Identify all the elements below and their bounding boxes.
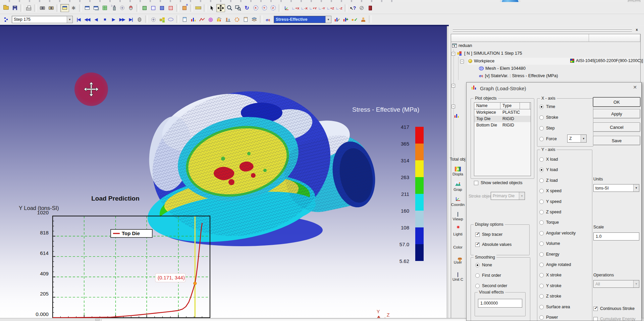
fast-backward-icon[interactable]: ◀◀ xyxy=(83,15,92,23)
plot-object-row-workpiece[interactable]: WorkpiecePLASTIC xyxy=(474,109,531,116)
measure-icon[interactable] xyxy=(194,4,203,12)
side-tab-displa[interactable]: ADispla xyxy=(449,164,466,179)
rotate-z-icon[interactable]: Z xyxy=(269,4,277,12)
radio-z-speed[interactable]: Z speed xyxy=(539,209,561,215)
side-tab-viewp[interactable]: Viewp xyxy=(449,209,466,224)
scale-graph-icon[interactable] xyxy=(224,15,232,23)
column-header-type[interactable]: Type xyxy=(500,103,520,109)
radio-y-speed[interactable]: Y speed xyxy=(539,199,561,204)
radio-energy[interactable]: Energy xyxy=(539,252,559,257)
checkbox-step-tracer[interactable]: Step tracer xyxy=(475,232,502,237)
graph-save-icon[interactable] xyxy=(341,15,350,23)
3d-viewport[interactable]: Stress - Effective (MPa) 417365314263211… xyxy=(0,26,447,318)
view-plus-y-icon[interactable]: ∟+Y xyxy=(309,4,317,12)
step-back-icon[interactable]: ◀ xyxy=(92,15,100,23)
step-forward-icon[interactable]: ▶ xyxy=(109,15,118,23)
radio-angle-rotated[interactable]: Angle rotated xyxy=(539,262,571,267)
radio-y-stroke[interactable]: Y stroke xyxy=(539,283,561,288)
force-component-select[interactable]: Z▼ xyxy=(567,135,587,143)
tree-expander[interactable]: − xyxy=(451,52,455,56)
fast-forward-icon[interactable]: ▶▶ xyxy=(118,15,126,23)
center-object-icon[interactable] xyxy=(118,4,126,12)
stroke-object-select[interactable]: Primary Die▼ xyxy=(491,192,525,200)
radio-second-order[interactable]: Second order xyxy=(475,283,507,288)
object-wireframe-icon[interactable] xyxy=(149,4,158,12)
slicing-icon[interactable] xyxy=(250,15,259,23)
ok-button[interactable]: OK xyxy=(593,97,640,107)
view-plus-x-icon[interactable]: ∟+X xyxy=(291,4,300,12)
zoom-window-icon[interactable] xyxy=(234,4,243,12)
material-badge[interactable]: AISI-1045[1650-2200F(900-1200C)] xyxy=(570,58,643,63)
panel-grip[interactable] xyxy=(453,31,632,32)
cancel-button[interactable]: Cancel xyxy=(593,122,640,132)
step-mode-icon[interactable] xyxy=(2,15,10,23)
stop-playback-icon[interactable]: ■ xyxy=(100,15,109,23)
side-tab-coordin[interactable]: Coordin xyxy=(449,194,466,209)
dynamic-view-icon[interactable]: ∗ xyxy=(69,4,78,12)
link-windows-icon[interactable] xyxy=(92,4,100,12)
select-icon[interactable] xyxy=(208,4,216,12)
object-boundary-icon[interactable] xyxy=(166,4,175,12)
movie-icon[interactable] xyxy=(135,15,144,23)
plot-objects-list[interactable]: NameTypeWorkpiecePLASTICTop DieRIGIDBott… xyxy=(474,102,531,176)
side-tab-lighti[interactable]: Lighti xyxy=(449,224,466,239)
tree-expander[interactable]: − xyxy=(460,60,464,63)
pan-icon[interactable] xyxy=(216,4,225,12)
units-select[interactable]: tons-SI▼ xyxy=(593,184,639,192)
checkbox-absolute-values[interactable]: Absolute values xyxy=(475,242,512,247)
radio-x-stroke[interactable]: X stroke xyxy=(539,272,561,278)
ellipse-tool-icon[interactable] xyxy=(166,15,175,23)
state-ring-icon[interactable]: ◎ xyxy=(206,15,215,23)
rotate-free-icon[interactable]: ↻ xyxy=(243,4,251,12)
apply-button[interactable]: Apply xyxy=(593,109,640,118)
record-movie-icon[interactable] xyxy=(47,4,55,12)
tree-root[interactable]: reduan xyxy=(452,43,472,48)
radio-angular-velocity[interactable]: Angular velocity xyxy=(539,230,576,236)
print-icon[interactable] xyxy=(24,4,33,12)
chevron-down-icon[interactable]: ▼ xyxy=(581,135,586,142)
panel-layout-icon[interactable] xyxy=(60,4,69,12)
show-selected-checkbox[interactable]: Show selected objects xyxy=(474,180,522,185)
column-header[interactable] xyxy=(520,103,530,109)
object-solid-icon[interactable] xyxy=(140,4,149,12)
axes-icon[interactable] xyxy=(282,4,291,12)
state-variable-selector[interactable]: Stress-Effective ▼ xyxy=(274,16,331,23)
exit-icon[interactable] xyxy=(366,4,375,12)
view-minus-x-icon[interactable]: ∟-X xyxy=(300,4,309,12)
radio-y-load[interactable]: Y load xyxy=(539,167,558,172)
mouse-settings-icon[interactable] xyxy=(126,4,135,12)
dialog-close-icon[interactable]: ✕ xyxy=(632,85,638,90)
radio-stroke[interactable]: Stroke xyxy=(539,115,558,120)
radio-first-order[interactable]: First order xyxy=(475,273,501,278)
radio-force[interactable]: Force xyxy=(539,136,557,142)
multi-object-icon[interactable] xyxy=(158,15,166,23)
step-selector[interactable]: Step 175 ▼ xyxy=(12,16,73,23)
tree-item-mesh[interactable]: Mesh - Elem 104480 xyxy=(479,66,526,71)
side-tab-color[interactable]: Color xyxy=(449,239,466,254)
histogram-icon[interactable] xyxy=(215,15,224,23)
tree-column-header[interactable] xyxy=(451,34,589,42)
graph-bar-icon[interactable] xyxy=(189,15,198,23)
continuous-stroke-checkbox[interactable]: Continuous Stroke xyxy=(593,306,635,311)
plot-object-row-bottom-die[interactable]: Bottom DieRIGID xyxy=(474,122,531,128)
last-step-icon[interactable]: ▶| xyxy=(126,15,135,23)
panel-close-button[interactable]: x xyxy=(634,27,640,32)
plot-object-row-top-die[interactable]: Top DieRIGID xyxy=(474,116,531,122)
object-shaded-icon[interactable] xyxy=(158,4,166,12)
summary-icon[interactable] xyxy=(180,15,189,23)
new-window-icon[interactable] xyxy=(83,4,92,12)
side-tab-unit-c[interactable]: Unit C xyxy=(449,269,466,284)
panel-splitter[interactable] xyxy=(447,26,449,321)
radio-step[interactable]: Step xyxy=(539,125,555,131)
radio-surface-area[interactable]: Surface area xyxy=(539,304,570,310)
view-minus-y-icon[interactable]: ∟-Y xyxy=(317,4,326,12)
rotate-y-icon[interactable]: Y xyxy=(260,4,269,12)
tree-item-workpiece[interactable]: Workpiece xyxy=(468,58,494,63)
cumulative-energy-checkbox[interactable]: Cumulative Energy xyxy=(593,316,636,321)
point-check-icon[interactable]: ●✓ xyxy=(350,15,359,23)
radio-z-load[interactable]: Z load xyxy=(539,178,558,183)
radio-time[interactable]: Time xyxy=(539,104,555,109)
tree-item-statevar[interactable]: σε [v] StateVar. : Stress - Effective (M… xyxy=(479,73,558,78)
context-help-icon[interactable]: ↖? xyxy=(348,4,357,12)
first-step-icon[interactable]: |◀ xyxy=(74,15,83,23)
